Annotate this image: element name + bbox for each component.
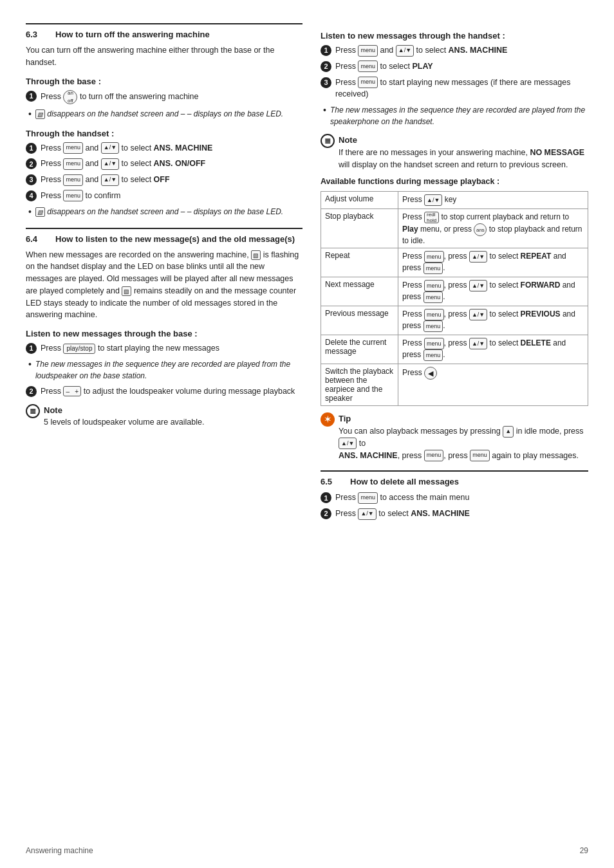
nav-key-t4[interactable]: ▲/▼ (469, 309, 487, 320)
menu-key-t3[interactable]: menu (424, 280, 444, 291)
step-num-h2: 2 (26, 158, 37, 169)
section-63-number: 6.3 (26, 30, 45, 39)
step-num-65-2: 2 (321, 508, 331, 519)
ans-icon-4: ▧ (122, 286, 131, 296)
menu-key-tip1[interactable]: menu (424, 450, 444, 461)
section-63-body: You can turn off the answering machine e… (26, 44, 302, 69)
step-num-lh1: 1 (321, 45, 331, 56)
ans-machine-65: ANS. MACHINE (411, 509, 470, 518)
menu-key-t2[interactable]: menu (423, 263, 443, 274)
tip-content: You can also playback messages by pressi… (339, 427, 584, 460)
play-stop-key[interactable]: play/stop (63, 344, 95, 354)
step-num-h3: 3 (26, 174, 37, 185)
page-footer: Answering machine 29 (0, 846, 614, 855)
nav-key-t1[interactable]: ▲/▼ (424, 194, 442, 206)
section-64-heading: How to listen to the new message(s) and … (55, 234, 295, 244)
listen-handset-step-3: 3 Press menu to start playing new messag… (321, 77, 588, 101)
off-label: OFF (154, 175, 170, 184)
tip-box: ✶ Tip You can also playback messages by … (321, 412, 588, 461)
note-icon-2: ≣ (321, 134, 335, 148)
step-num-lb2: 2 (26, 386, 37, 397)
listen-handset-title: Listen to new messages through the hands… (321, 31, 588, 41)
nav-key-t2[interactable]: ▲/▼ (469, 251, 487, 263)
menu-key-t1[interactable]: menu (424, 251, 444, 263)
listen-handset-steps: 1 Press menu and ▲/▼ to select ANS. MACH… (321, 44, 588, 100)
menu-key-t5[interactable]: menu (424, 309, 444, 320)
tip-icon: ✶ (321, 412, 335, 427)
func-adjust-desc: Press ▲/▼ key (398, 192, 588, 209)
nav-key-2[interactable]: ▲/▼ (101, 158, 119, 170)
note-label-1: Note (44, 405, 62, 415)
func-switch-desc: Press ◀ (398, 364, 588, 406)
listen-base-step-1: 1 Press play/stop to start playing the n… (26, 342, 302, 355)
section-65-number: 6.5 (321, 477, 340, 486)
redial-key[interactable]: redlhold (424, 212, 439, 223)
menu-key-rh3[interactable]: menu (358, 77, 378, 88)
menu-key-4[interactable]: menu (63, 190, 83, 201)
menu-key-t4[interactable]: menu (423, 291, 443, 303)
listen-base-bullet-1: • The new messages in the sequence they … (26, 358, 302, 382)
menu-key-3[interactable]: menu (63, 174, 83, 186)
ans-machine-label-1: ANS. MACHINE (154, 143, 213, 152)
table-row: Next message Press menu, press ▲/▼ to se… (321, 277, 588, 306)
nav-key-tip2[interactable]: ▲/▼ (339, 438, 357, 449)
listen-base-steps: 1 Press play/stop to start playing the n… (26, 342, 302, 355)
menu-key-t8[interactable]: menu (423, 349, 443, 361)
func-stop-desc: Press redlhold to stop current playback … (398, 209, 588, 248)
earpiece-key[interactable]: ◀ (424, 367, 437, 380)
section-64-number: 6.4 (26, 234, 45, 244)
func-repeat: Repeat (321, 248, 398, 277)
nav-key-rh1[interactable]: ▲/▼ (396, 45, 414, 57)
menu-key-rh1[interactable]: menu (358, 45, 378, 57)
section-65-step-1: 1 Press menu to access the main menu (321, 492, 588, 504)
table-row: Repeat Press menu, press ▲/▼ to select R… (321, 248, 588, 277)
section-65-header: 6.5 How to delete all messages (321, 470, 588, 486)
table-row: Switch the playback between the earpiece… (321, 364, 588, 406)
menu-key-2[interactable]: menu (63, 158, 83, 170)
nav-key-1[interactable]: ▲/▼ (101, 142, 119, 154)
func-next-message: Next message (321, 277, 398, 306)
func-delete-desc: Press menu, press ▲/▼ to select DELETE a… (398, 335, 588, 364)
nav-key-3[interactable]: ▲/▼ (101, 174, 119, 186)
menu-key-65-1[interactable]: menu (358, 492, 378, 504)
base-step-1: 1 Press anoff to turn off the answering … (26, 90, 302, 104)
vol-key[interactable]: – + (63, 386, 81, 396)
step-num-h4: 4 (26, 190, 37, 201)
handset-step-1: 1 Press menu and ▲/▼ to select ANS. MACH… (26, 142, 302, 154)
menu-key-tip2[interactable]: menu (470, 450, 490, 461)
ans-icon-3: ▧ (251, 250, 261, 260)
menu-key-t6[interactable]: menu (423, 320, 443, 332)
handset-steps: 1 Press menu and ▲/▼ to select ANS. MACH… (26, 142, 302, 202)
step-num-65-1: 1 (321, 492, 331, 503)
listen-handset-step-2: 2 Press menu to select PLAY (321, 60, 588, 73)
ans-onoff-label: ANS. ON/OFF (154, 159, 206, 168)
base-bullet-1: • ▧ disappears on the handset screen and… (26, 108, 302, 121)
nav-key-65[interactable]: ▲/▼ (358, 508, 376, 520)
func-switch-playback: Switch the playback between the earpiece… (321, 364, 398, 406)
tip-label: Tip (339, 414, 351, 423)
listen-base-title: Listen to new messages through the base … (26, 329, 302, 338)
menu-key-1[interactable]: menu (63, 142, 83, 154)
func-next-desc: Press menu, press ▲/▼ to select FORWARD … (398, 277, 588, 306)
handset-step-3: 3 Press menu and ▲/▼ to select OFF (26, 174, 302, 186)
footer-left: Answering machine (26, 846, 93, 855)
through-handset-title: Through the handset : (26, 129, 302, 138)
listen-base-step-2: 2 Press – + to adjust the loudspeaker vo… (26, 385, 302, 398)
menu-key-rh2[interactable]: menu (358, 60, 378, 72)
menu-key-t7[interactable]: menu (424, 338, 444, 349)
note-content-2: If there are no messages in your answeri… (339, 148, 584, 169)
func-prev-desc: Press menu, press ▲/▼ to select PREVIOUS… (398, 306, 588, 335)
handset-step-2: 2 Press menu and ▲/▼ to select ANS. ON/O… (26, 158, 302, 170)
nav-key-tip[interactable]: ▲ (503, 426, 514, 438)
nav-key-t5[interactable]: ▲/▼ (469, 338, 487, 349)
note-content-1: 5 levels of loudspeaker volume are avail… (44, 418, 204, 427)
func-prev-message: Previous message (321, 306, 398, 335)
section-65-step-2: 2 Press ▲/▼ to select ANS. MACHINE (321, 508, 588, 520)
nav-key-t3[interactable]: ▲/▼ (469, 280, 487, 291)
step-num-lh2: 2 (321, 61, 331, 72)
table-row: Adjust volume Press ▲/▼ key (321, 192, 588, 209)
step-num-lh3: 3 (321, 77, 331, 88)
ans-key-t[interactable]: ans (474, 223, 487, 236)
ans-off-key[interactable]: anoff (63, 90, 77, 104)
func-delete-message: Delete the current message (321, 335, 398, 364)
